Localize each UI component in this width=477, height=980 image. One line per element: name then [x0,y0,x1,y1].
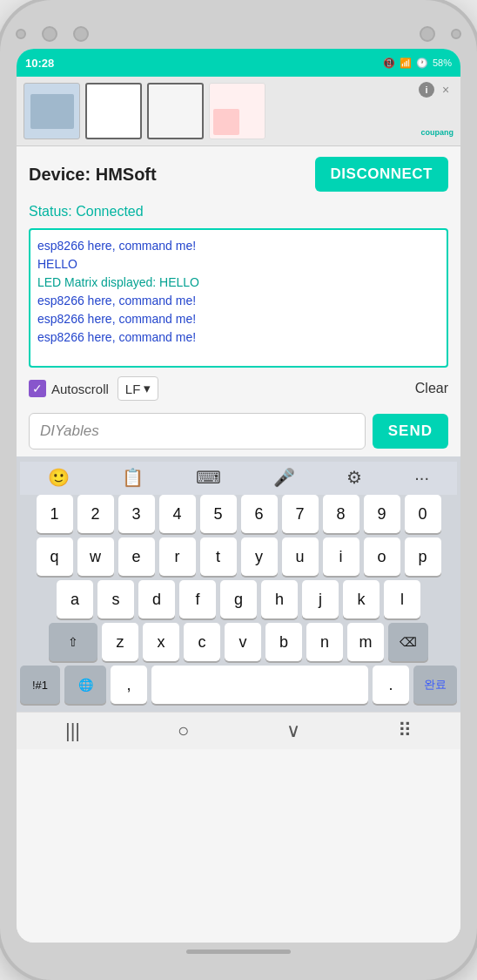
bottom-nav: ||| ○ ∨ ⠿ [17,712,460,749]
send-row: SEND [17,409,460,456]
lf-label: LF [125,382,141,396]
key-0[interactable]: 0 [405,495,441,533]
key-a[interactable]: a [57,580,93,618]
key-h[interactable]: h [261,580,298,618]
more-icon[interactable]: ··· [409,466,434,490]
signal-icon: 📶 [400,57,412,69]
top-dot-right [73,26,89,42]
top-dot-1 [16,29,26,39]
key-9[interactable]: 9 [364,495,400,533]
terminal-line-2: HELLO [37,255,440,274]
terminal-line-5: esp8266 here, command me! [37,310,440,328]
top-dot-center [42,26,57,42]
terminal-line-3: LED Matrix displayed: HELLO [37,274,440,292]
key-3[interactable]: 3 [118,495,155,533]
autoscroll-control: ✓ Autoscroll [29,380,109,397]
terminal-line-6: esp8266 here, command me! [37,328,440,347]
ad-thumb-1 [24,83,80,139]
disconnect-button[interactable]: DISCONNECT [315,157,448,192]
ad-info-icon[interactable]: i [419,82,434,98]
emoji-icon[interactable]: 🙂 [43,465,75,490]
key-t[interactable]: t [200,537,237,576]
clear-button[interactable]: Clear [415,381,448,396]
status-icons: 📵 📶 🕐 58% [383,57,452,69]
top-dot-far-right [420,26,435,42]
key-v[interactable]: v [225,623,261,661]
main-content: Device: HMSoft DISCONNECT Status: Connec… [17,146,460,943]
keyboard: 🙂 📋 ⌨ 🎤 ⚙ ··· 1 2 3 4 5 6 7 8 [17,456,460,712]
mute-icon: 📵 [383,57,395,69]
key-b[interactable]: b [265,623,302,661]
back-nav-button[interactable]: ||| [65,720,80,742]
key-z[interactable]: z [102,623,138,661]
autoscroll-label: Autoscroll [51,382,109,396]
key-k[interactable]: k [343,580,380,618]
device-row: Device: HMSoft DISCONNECT [17,146,460,202]
key-2[interactable]: 2 [77,495,114,533]
key-f[interactable]: f [179,580,216,618]
lf-dropdown[interactable]: LF ▾ [118,376,159,401]
key-g[interactable]: g [220,580,257,618]
recent-nav-button[interactable]: ∨ [286,720,300,742]
send-button[interactable]: SEND [373,414,448,449]
shift-key[interactable]: ⇧ [49,623,97,661]
key-8[interactable]: 8 [323,495,359,533]
key-m[interactable]: m [347,623,384,661]
key-i[interactable]: i [323,537,359,576]
send-input[interactable] [29,413,366,449]
keyboard-number-row: 1 2 3 4 5 6 7 8 9 0 [20,495,457,533]
key-x[interactable]: x [143,623,179,661]
ad-brand-label: coupang [421,128,454,137]
key-4[interactable]: 4 [159,495,196,533]
space-key[interactable] [151,666,368,704]
key-e[interactable]: e [118,537,155,576]
key-comma[interactable]: , [111,666,147,704]
keyboard-asdf-row: a s d f g h j k l [20,580,457,618]
key-r[interactable]: r [159,537,196,576]
clock-icon: 🕐 [416,57,428,69]
key-j[interactable]: j [302,580,339,618]
clipboard-icon[interactable]: 📋 [117,465,149,490]
key-w[interactable]: w [77,537,114,576]
ad-corner-icons: i × [419,82,453,98]
mic-icon[interactable]: 🎤 [268,465,300,490]
key-1[interactable]: 1 [37,495,73,533]
ad-frame-2 [147,83,204,139]
key-d[interactable]: d [138,580,175,618]
phone-frame: 10:28 📵 📶 🕐 58% i × coupang [0,0,477,980]
autoscroll-checkbox[interactable]: ✓ [29,380,46,397]
ad-close-icon[interactable]: × [438,82,453,98]
key-u[interactable]: u [282,537,319,576]
phone-top-bar [16,26,461,42]
key-q[interactable]: q [37,537,73,576]
key-6[interactable]: 6 [241,495,278,533]
phone-bottom [16,950,461,954]
keyboard-icon[interactable]: ⌨ [191,465,226,490]
globe-key[interactable]: 🌐 [64,666,106,704]
key-s[interactable]: s [97,580,134,618]
key-o[interactable]: o [364,537,400,576]
backspace-key[interactable]: ⌫ [388,623,428,661]
key-period[interactable]: . [373,666,409,704]
settings-icon[interactable]: ⚙ [341,465,367,490]
home-nav-button[interactable]: ○ [178,720,189,742]
keyboard-toolbar: 🙂 📋 ⌨ 🎤 ⚙ ··· [20,462,457,495]
key-p[interactable]: p [405,537,441,576]
key-5[interactable]: 5 [200,495,237,533]
phone-screen: 10:28 📵 📶 🕐 58% i × coupang [17,49,460,943]
terminal-line-1: esp8266 here, command me! [37,237,440,255]
key-l[interactable]: l [384,580,420,618]
grid-nav-button[interactable]: ⠿ [398,720,412,742]
ad-thumb-image [30,94,74,129]
key-n[interactable]: n [306,623,343,661]
battery-text: 58% [433,57,452,68]
ad-frame-1 [85,83,142,139]
keyboard-zxcv-row: ⇧ z x c v b n m ⌫ [20,623,457,661]
done-key[interactable]: 완료 [413,666,457,704]
key-y[interactable]: y [241,537,278,576]
symbols-key[interactable]: !#1 [20,666,60,704]
key-c[interactable]: c [184,623,220,661]
key-7[interactable]: 7 [282,495,319,533]
dropdown-arrow: ▾ [144,381,151,396]
keyboard-bottom-row: !#1 🌐 , . 완료 [20,666,457,704]
